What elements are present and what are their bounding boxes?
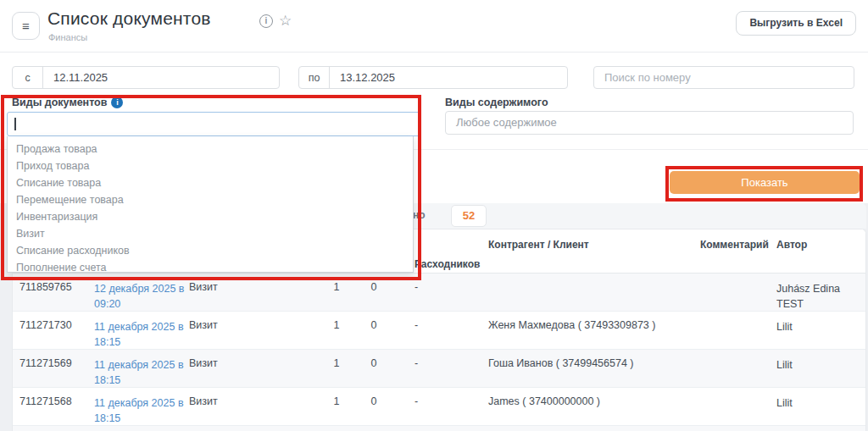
results-count-tab[interactable]: 52 (451, 205, 487, 227)
author-line1: Juhász Edina (776, 283, 840, 295)
qty-1: 1 (328, 357, 345, 369)
doc-types-label: Виды документов i (12, 97, 123, 108)
dropdown-option[interactable]: Перемещение товара (8, 191, 413, 208)
date-line1: 12 декабря 2025 в (94, 283, 184, 295)
doc-types-label-text: Виды документов (12, 97, 107, 108)
column-header-consumables: Расходников (415, 258, 480, 270)
counterparty: Гоша Иванов ( 37499456574 ) (488, 357, 633, 369)
author: Lilit (776, 395, 857, 411)
hamburger-icon: ≡ (22, 19, 30, 33)
author: Lilit (776, 357, 857, 373)
table-row: 711859765 12 декабря 2025 в09:20 Визит 1… (13, 274, 865, 312)
date-to-group: по (298, 66, 568, 89)
author: Lilit (776, 319, 857, 334)
content-types-select[interactable]: Любое содержимое (445, 111, 854, 135)
date-line2: 18:15 (94, 412, 120, 424)
document-type: Визит (189, 357, 218, 369)
qty-2: 0 (365, 395, 382, 407)
qty-2: 0 (365, 357, 382, 369)
doc-types-dropdown: Продажа товара Приход товара Списание то… (7, 136, 414, 273)
document-type: Визит (189, 281, 218, 293)
dropdown-option[interactable]: Приход товара (8, 157, 413, 174)
table-row: 711271730 11 декабря 2025 в18:15 Визит 1… (13, 312, 865, 350)
consumables-value: - (415, 395, 418, 407)
document-date-link[interactable]: 11 декабря 2025 в18:15 (94, 319, 187, 350)
date-to-prefix: по (299, 67, 330, 88)
date-line1: 11 декабря 2025 в (94, 359, 184, 371)
document-number: 711271730 (19, 319, 72, 331)
consumables-value: - (415, 319, 418, 331)
dropdown-option[interactable]: Продажа товара (8, 141, 413, 157)
document-number: 711271568 (19, 395, 72, 407)
consumables-value: - (415, 281, 418, 293)
document-date-link[interactable]: 11 декабря 2025 в18:15 (94, 357, 187, 388)
table-row: 711271568 11 декабря 2025 в18:15 Визит 1… (13, 388, 865, 426)
page-title: Список документов (47, 8, 211, 29)
qty-1: 1 (328, 319, 345, 331)
dropdown-option[interactable]: Визит (8, 225, 413, 242)
date-line2: 18:15 (94, 374, 120, 386)
qty-2: 0 (365, 319, 382, 331)
date-line2: 09:20 (94, 298, 120, 310)
consumables-value: - (415, 357, 418, 369)
show-button[interactable]: Показать (670, 171, 860, 194)
content-types-label-text: Виды содержимого (445, 97, 548, 108)
hamburger-menu-button[interactable]: ≡ (12, 12, 40, 40)
page-header: ≡ Список документов i ☆ Финансы Выгрузит… (0, 0, 868, 52)
doc-types-input[interactable] (7, 112, 420, 136)
export-excel-button[interactable]: Выгрузить в Excel (736, 11, 856, 36)
search-by-number-input[interactable] (593, 66, 854, 89)
column-header-comment: Комментарий (700, 239, 769, 251)
document-number: 711859765 (19, 281, 72, 293)
author-line2: TEST (776, 298, 804, 310)
document-type: Визит (189, 319, 218, 331)
dropdown-option[interactable]: Пополнение счета (8, 259, 413, 276)
date-from-group: с (12, 66, 280, 89)
text-caret (14, 118, 16, 130)
breadcrumb: Финансы (48, 32, 87, 42)
date-line1: 11 декабря 2025 в (94, 321, 184, 333)
date-from-input[interactable] (43, 67, 279, 88)
author: Juhász EdinaTEST (776, 281, 857, 312)
qty-2: 0 (365, 281, 382, 293)
date-line1: 11 декабря 2025 в (94, 397, 184, 409)
column-header-author: Автор (776, 239, 807, 251)
doc-types-info-icon[interactable]: i (111, 97, 123, 108)
column-header-counterparty: Контрагент / Клиент (488, 239, 589, 251)
qty-1: 1 (328, 281, 345, 293)
document-number: 711271569 (19, 357, 72, 369)
table-row: 711271569 11 декабря 2025 в18:15 Визит 1… (13, 350, 865, 388)
document-date-link[interactable]: 11 декабря 2025 в18:15 (94, 395, 187, 426)
counterparty: James ( 37400000000 ) (488, 395, 600, 407)
date-from-prefix: с (13, 67, 43, 88)
document-type: Визит (189, 395, 218, 407)
star-favorite-icon[interactable]: ☆ (279, 12, 292, 30)
dropdown-option[interactable]: Списание расходников (8, 242, 413, 259)
document-date-link[interactable]: 12 декабря 2025 в09:20 (94, 281, 187, 312)
content-types-label: Виды содержимого (445, 97, 548, 108)
dropdown-option[interactable]: Инвентаризация (8, 208, 413, 225)
info-icon[interactable]: i (259, 14, 273, 28)
dropdown-option[interactable]: Списание товара (8, 174, 413, 191)
qty-1: 1 (328, 395, 345, 407)
date-line2: 18:15 (94, 336, 120, 348)
table-row (13, 426, 865, 431)
date-to-input[interactable] (330, 67, 567, 88)
counterparty: Женя Махмедова ( 37493309873 ) (488, 319, 655, 331)
